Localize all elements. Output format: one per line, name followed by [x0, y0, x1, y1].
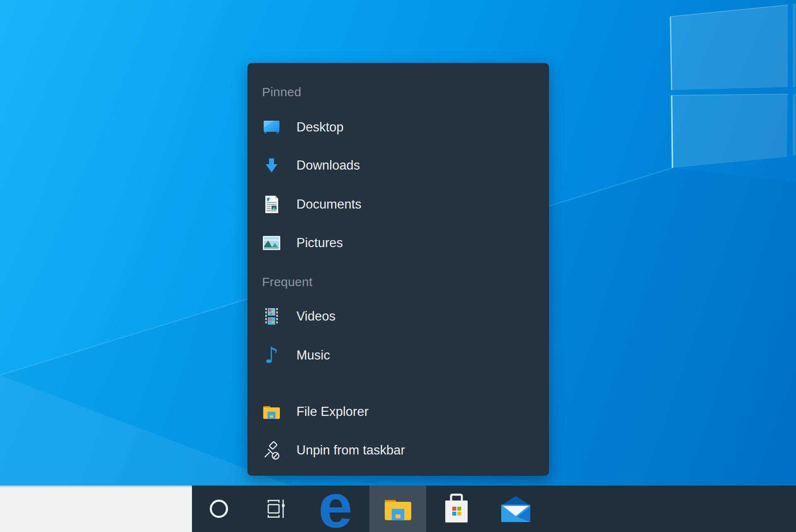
file-explorer-icon: [262, 403, 281, 421]
edge-button[interactable]: e: [307, 486, 364, 532]
jumplist-task-label: File Explorer: [296, 404, 369, 419]
downloads-icon: [262, 156, 281, 175]
file-explorer-icon: [383, 496, 413, 522]
jumplist-item-label: Documents: [296, 197, 362, 212]
jumplist-item-music[interactable]: ♪ Music: [248, 343, 546, 368]
jumplist-item-videos[interactable]: Videos: [248, 304, 546, 329]
microsoft-store-button[interactable]: [428, 486, 485, 532]
cortana-circle-icon: [210, 500, 228, 518]
task-view-icon: [265, 498, 287, 520]
pictures-icon: [262, 234, 281, 252]
jumplist-item-label: Pictures: [296, 236, 343, 250]
unpin-icon: [262, 441, 281, 459]
jumplist-item-desktop[interactable]: Desktop: [248, 115, 546, 140]
jumplist-task-file-explorer[interactable]: File Explorer: [248, 399, 546, 424]
jumplist-item-label: Downloads: [296, 158, 360, 173]
microsoft-store-icon: [442, 493, 471, 525]
taskbar: e: [0, 486, 796, 532]
jumplist-item-label: Videos: [296, 309, 335, 324]
file-explorer-jumplist: Pinned Desktop Downloads: [248, 63, 549, 476]
mail-button[interactable]: [487, 486, 544, 532]
file-explorer-taskbar-button[interactable]: [369, 486, 426, 532]
task-view-button[interactable]: [247, 486, 304, 532]
desktop-icon: [262, 118, 281, 136]
jumplist-item-label: Desktop: [296, 120, 344, 135]
jumplist-task-label: Unpin from taskbar: [296, 443, 405, 458]
videos-icon: [262, 307, 281, 326]
jumplist-section-header-frequent: Frequent: [248, 270, 546, 294]
jumplist-item-downloads[interactable]: Downloads: [248, 153, 546, 178]
mail-icon: [500, 495, 531, 523]
documents-icon: [262, 195, 281, 214]
taskbar-search-box[interactable]: [0, 486, 192, 532]
jumplist-item-label: Music: [296, 348, 330, 363]
jumplist-item-pictures[interactable]: Pictures: [248, 231, 546, 255]
jumplist-item-documents[interactable]: Documents: [248, 192, 546, 217]
edge-icon: e: [318, 476, 352, 532]
jumplist-task-unpin[interactable]: Unpin from taskbar: [248, 438, 546, 463]
jumplist-section-header-pinned: Pinned: [248, 80, 546, 104]
music-icon: ♪: [262, 346, 281, 364]
cortana-button[interactable]: [192, 486, 246, 532]
